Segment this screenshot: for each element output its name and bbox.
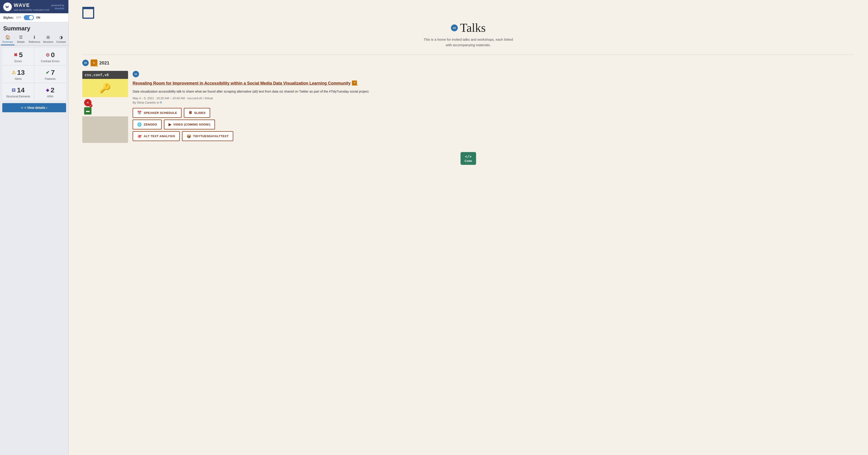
tab-details-label: Details <box>17 40 25 43</box>
reference-icon: ℹ <box>34 35 35 40</box>
contrast-error-icon: ⊙ <box>46 52 50 58</box>
contrast-errors-label: Contrast Errors <box>41 60 59 63</box>
slides-icon: 🖥 <box>188 111 192 115</box>
h5-badge: h5 <box>82 60 89 66</box>
page-subtitle: This is a home for invited talks and wor… <box>82 37 854 48</box>
thumbnail-error-badge: ✕ ✕ <box>84 99 91 106</box>
stats-grid: ✖ 5 Errors ⊙ 0 Contrast Errors ⚠ 13 Aler… <box>2 48 66 100</box>
errors-label: Errors <box>14 60 22 63</box>
alerts-count: ⚠ 13 <box>12 69 25 77</box>
webaim-link[interactable]: WebAIM <box>55 7 64 10</box>
error-x-icon: ✕ <box>87 101 89 104</box>
btn-row-3: 🐙 ALT TEXT ANALYSIS 📦 TIDYTUESDAYALTTEXT <box>133 131 854 141</box>
alerts-label: Alerts <box>14 77 22 81</box>
tab-structure-label: Structure <box>43 40 53 43</box>
structure-icon: ⊞ <box>46 35 50 40</box>
tidytuesday-icon: 📦 <box>187 134 191 138</box>
author-link-r[interactable]: R <box>160 101 162 104</box>
h1-badge: h1 <box>133 71 139 77</box>
sidebar-header: WAVE web accessibility evaluation tool p… <box>0 0 68 13</box>
styles-bar: Styles: OFF ON <box>0 13 68 22</box>
talk-thumbnail: csv,conf,v6 🔑 ✕ ✕ ▬ <box>82 71 128 143</box>
styles-label: Styles: <box>3 16 14 20</box>
code-badge: </> Code <box>461 152 476 165</box>
year-label: 2021 <box>99 60 110 66</box>
thumbnail-emoji: 🔑 <box>99 83 111 93</box>
alt-text-analysis-button[interactable]: 🐙 ALT TEXT ANALYSIS <box>133 131 180 141</box>
feature-icon: ✔ <box>46 70 50 75</box>
tab-reference-label: Reference <box>29 40 40 43</box>
styles-toggle[interactable] <box>24 15 34 20</box>
video-icon: ▶ <box>168 122 172 127</box>
speaker-schedule-button[interactable]: 📅 SPEAKER SCHEDULE <box>133 108 182 118</box>
section-divider <box>82 55 854 55</box>
error-sub-icon: ✕ <box>89 104 92 107</box>
structural-label: Structural Elements <box>6 95 30 98</box>
talk-card: csv,conf,v6 🔑 ✕ ✕ ▬ h1 <box>82 71 854 143</box>
view-details-button[interactable]: ≡ ≡ View details › <box>2 103 66 112</box>
styles-off-label: OFF <box>16 16 22 19</box>
talk-info: h1 Revealing Room for Improvement in Acc… <box>133 71 854 143</box>
tab-reference[interactable]: ℹ Reference <box>27 33 42 45</box>
tab-summary[interactable]: 🏠 Summary <box>1 33 14 45</box>
thumbnail-title: csv,conf,v6 <box>82 71 128 79</box>
css-icon <box>82 7 94 19</box>
heading-h2-group: h2 Talks <box>451 21 486 34</box>
slides-button[interactable]: 🖥 SLIDES <box>184 108 210 118</box>
zenodo-button[interactable]: 🌐 ZENODO <box>133 120 162 129</box>
wave-logo: WAVE web accessibility evaluation tool p… <box>3 2 64 11</box>
contrast-icon: ◑ <box>59 35 63 40</box>
page-title: Talks <box>460 21 486 34</box>
styles-on-label: ON <box>36 16 40 19</box>
sidebar: WAVE web accessibility evaluation tool p… <box>0 0 69 455</box>
tab-details[interactable]: ☰ Details <box>14 33 27 45</box>
tab-contrast[interactable]: ◑ Contrast <box>55 33 67 45</box>
summary-icon: 🏠 <box>5 35 10 40</box>
contrast-errors-cell: ⊙ 0 Contrast Errors <box>34 48 66 65</box>
wave-title-group: WAVE web accessibility evaluation tool <box>14 2 50 11</box>
features-cell: ✔ 7 Features <box>34 65 66 83</box>
h2-badge: h2 <box>451 25 458 31</box>
video-button[interactable]: ▶ VIDEO (COMING SOON!) <box>164 120 215 129</box>
wave-subtitle: web accessibility evaluation tool <box>14 8 50 11</box>
thumbnail-image: 🔑 <box>82 79 128 97</box>
view-details-label: ≡ View details › <box>24 106 47 110</box>
contrast-errors-count: ⊙ 0 <box>46 51 55 59</box>
code-badge-label: Code <box>465 159 472 162</box>
aria-label: ARIA <box>47 95 53 98</box>
talk-title[interactable]: Revealing Room for Improvement in Access… <box>133 81 854 86</box>
errors-count: ✖ 5 <box>14 51 23 59</box>
error-icon: ✖ <box>14 52 18 58</box>
speaker-schedule-icon: 📅 <box>137 111 142 115</box>
tab-contrast-label: Contrast <box>56 40 66 43</box>
webaim-group: powered by WebAIM <box>51 4 64 10</box>
alert-icon: ⚠ <box>12 70 16 75</box>
alerts-cell: ⚠ 13 Alerts <box>2 65 34 83</box>
features-label: Features <box>45 77 56 81</box>
page-header: h2 Talks This is a home for invited talk… <box>82 21 854 48</box>
aria-icon: ◈ <box>46 88 49 93</box>
tab-structure[interactable]: ⊞ Structure <box>42 33 55 45</box>
external-link-badge: ↗ <box>352 81 357 86</box>
thumbnail-green-badge: ▬ <box>84 107 91 115</box>
green-badge-icon: ▬ <box>86 109 90 113</box>
btn-row-2: 🌐 ZENODO ▶ VIDEO (COMING SOON!) <box>133 120 854 129</box>
main-content: h2 Talks This is a home for invited talk… <box>69 0 868 455</box>
structural-cell: ⊟ 14 Structural Elements <box>2 83 34 100</box>
structure-stat-icon: ⊟ <box>12 87 16 93</box>
talk-author: By Silvia Canelón in R <box>133 101 854 104</box>
view-details-icon: ≡ <box>21 106 23 110</box>
tab-summary-label: Summary <box>2 40 13 43</box>
tidytuesdayalttext-button[interactable]: 📦 TIDYTUESDAYALTTEXT <box>182 131 233 141</box>
code-badge-text: </> <box>465 154 472 159</box>
errors-cell: ✖ 5 Errors <box>2 48 34 65</box>
wave-title: WAVE <box>14 2 50 8</box>
details-icon: ☰ <box>19 35 23 40</box>
wave-logo-icon <box>3 2 12 11</box>
features-count: ✔ 7 <box>46 69 55 77</box>
year-error-badge: h <box>91 59 97 66</box>
aria-count: ◈ 2 <box>46 86 55 94</box>
nav-tabs: 🏠 Summary ☰ Details ℹ Reference ⊞ Struct… <box>0 33 68 46</box>
thumbnail-icons: ✕ ✕ ▬ <box>82 97 128 116</box>
btn-row-1: 📅 SPEAKER SCHEDULE 🖥 SLIDES <box>133 108 854 118</box>
